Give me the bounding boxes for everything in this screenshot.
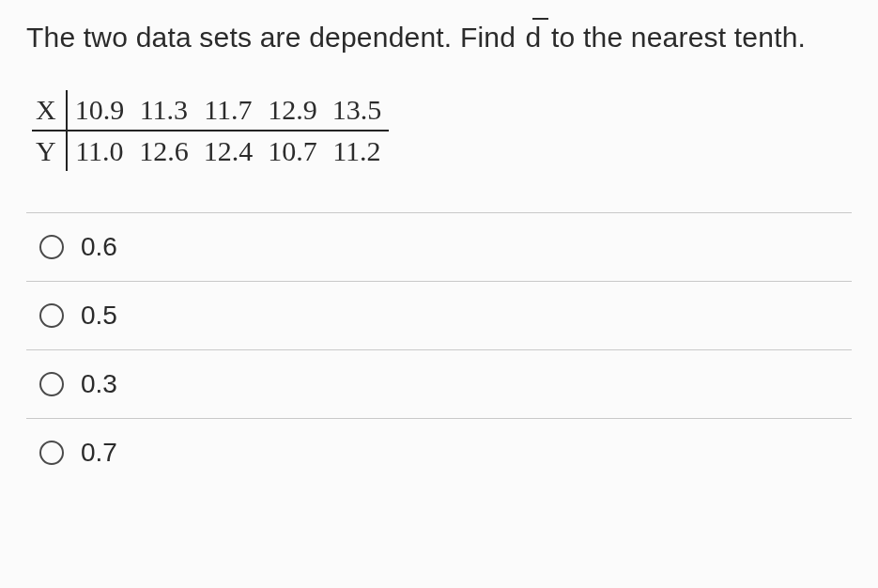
table-cell: 11.3 [131, 90, 196, 131]
answer-option-1[interactable]: 0.5 [26, 282, 852, 350]
answer-options: 0.6 0.5 0.3 0.7 [26, 212, 852, 487]
table-cell: 10.9 [67, 90, 132, 131]
table-row: X 10.9 11.3 11.7 12.9 13.5 [32, 90, 389, 131]
table-cell: 11.7 [196, 90, 261, 131]
table-cell: 13.5 [325, 90, 390, 131]
table-cell: 11.0 [67, 131, 132, 171]
d-bar-symbol: d [524, 17, 544, 58]
table-cell: 12.6 [131, 131, 196, 171]
radio-icon [39, 372, 64, 396]
option-label: 0.7 [81, 438, 117, 468]
table-cell: 11.2 [325, 131, 390, 171]
question-text: The two data sets are dependent. Find d … [26, 17, 852, 58]
question-page: The two data sets are dependent. Find d … [0, 0, 878, 487]
table-cell: 12.4 [196, 131, 261, 171]
option-label: 0.3 [81, 369, 117, 399]
radio-icon [39, 441, 64, 465]
radio-icon [39, 303, 64, 328]
row-label-x: X [32, 90, 67, 131]
table-cell: 10.7 [260, 131, 325, 171]
option-label: 0.6 [81, 232, 117, 262]
option-label: 0.5 [81, 301, 117, 331]
table-row: Y 11.0 12.6 12.4 10.7 11.2 [32, 131, 389, 171]
table-cell: 12.9 [260, 90, 325, 131]
data-table: X 10.9 11.3 11.7 12.9 13.5 Y 11.0 12.6 1… [32, 90, 389, 171]
radio-icon [39, 235, 64, 259]
question-prefix: The two data sets are dependent. Find [26, 22, 524, 53]
question-suffix: to the nearest tenth. [544, 22, 807, 53]
row-label-y: Y [32, 131, 67, 171]
answer-option-2[interactable]: 0.3 [26, 350, 852, 419]
d-bar-letter: d [526, 22, 542, 53]
answer-option-0[interactable]: 0.6 [26, 213, 852, 282]
answer-option-3[interactable]: 0.7 [26, 419, 852, 487]
